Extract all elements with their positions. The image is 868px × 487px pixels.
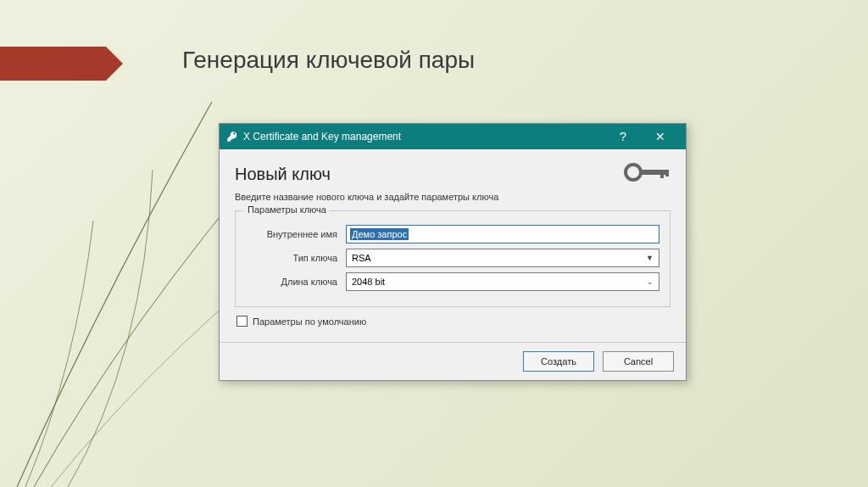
svg-point-0 [626,165,641,180]
key-icon [226,131,238,143]
slide-accent-shape [0,47,106,81]
dialog-titlebar: X Certificate and Key management ? ✕ [220,124,686,149]
chevron-down-icon: ▼ [646,254,654,262]
key-type-value: RSA [352,253,371,263]
key-params-fieldset: Параметры ключа Внутреннее имя Демо запр… [235,210,670,307]
row-key-type: Тип ключа RSA ▼ [246,249,659,267]
close-button[interactable]: ✕ [642,124,679,149]
svg-rect-2 [660,170,664,178]
default-params-label: Параметры по умолчанию [253,316,366,327]
slide-title: Генерация ключевой пары [182,47,475,74]
keygen-dialog: X Certificate and Key management ? ✕ Нов… [219,123,687,381]
internal-name-input[interactable]: Демо запрос [346,225,659,244]
row-key-length: Длина ключа 2048 bit ⌄ [246,272,659,291]
chevron-down-icon: ⌄ [647,277,654,286]
default-params-row[interactable]: Параметры по умолчанию [236,316,670,327]
internal-name-value: Демо запрос [350,228,409,240]
dialog-body: Новый ключ Введите название нового ключа… [220,149,686,342]
label-key-type: Тип ключа [246,253,346,263]
help-button[interactable]: ? [604,124,642,149]
key-length-select[interactable]: 2048 bit ⌄ [346,272,659,291]
row-internal-name: Внутреннее имя Демо запрос [246,225,659,244]
fieldset-legend: Параметры ключа [244,204,330,215]
large-key-icon [623,161,670,187]
create-button[interactable]: Создать [523,351,594,372]
label-internal-name: Внутреннее имя [246,229,346,239]
key-length-value: 2048 bit [352,277,385,287]
dialog-window-title: X Certificate and Key management [243,131,604,143]
key-type-select[interactable]: RSA ▼ [346,249,659,267]
svg-rect-3 [665,170,669,176]
default-params-checkbox[interactable] [236,316,248,327]
dialog-button-bar: Создать Cancel [220,342,686,380]
cancel-button[interactable]: Cancel [603,351,674,372]
label-key-length: Длина ключа [246,277,346,287]
dialog-heading: Новый ключ [235,165,331,184]
dialog-instruction: Введите название нового ключа и задайте … [235,192,670,202]
